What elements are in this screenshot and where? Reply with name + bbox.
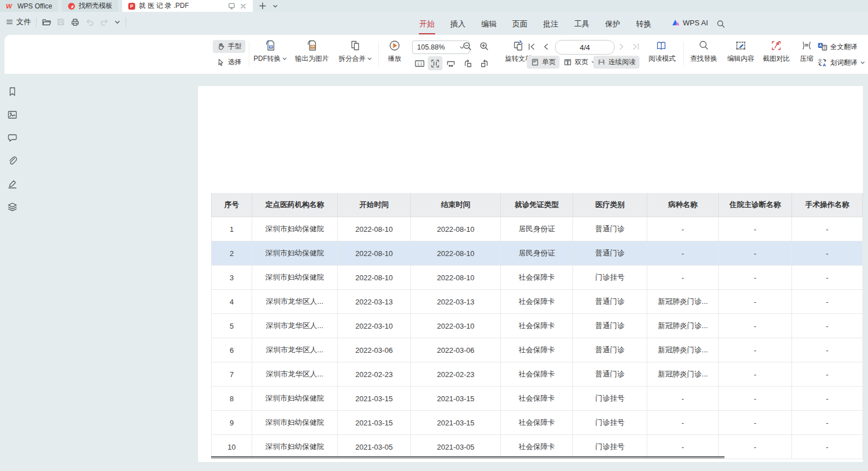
rotate-right-button[interactable]: [477, 56, 492, 70]
fit-width-icon: [446, 59, 456, 69]
table-cell: -: [647, 387, 719, 411]
file-menu-button[interactable]: 文件: [6, 17, 31, 27]
pdf-toolbar: 手型 选择 W PDF转换 输出为图片 拆分合并: [5, 35, 868, 74]
table-cell: 门诊挂号: [573, 387, 647, 411]
first-page-button[interactable]: [526, 41, 537, 52]
table-cell: 4: [211, 290, 252, 314]
more-history-chevron-icon[interactable]: [114, 19, 120, 25]
edit-content-button[interactable]: 编辑内容: [723, 39, 759, 64]
layers-panel-button[interactable]: [6, 200, 19, 214]
wps-ai-button[interactable]: WPS AI: [671, 18, 708, 27]
ribbon-tab-insert[interactable]: 插入: [442, 15, 473, 33]
full-translate-button[interactable]: A 字 全文翻译: [817, 42, 857, 52]
pdf-convert-button[interactable]: W PDF转换: [250, 39, 290, 64]
open-in-window-icon[interactable]: [227, 2, 236, 10]
save-icon[interactable]: [56, 17, 65, 26]
previous-page-icon: [542, 42, 551, 51]
table-cell: 居民身份证: [501, 217, 573, 241]
continuous-reading-button[interactable]: 连续阅读: [593, 56, 639, 69]
rotate-left-button[interactable]: [460, 56, 475, 70]
tab-docer-templates[interactable]: 找稻壳模板: [62, 0, 118, 12]
zoom-level-dropdown[interactable]: 105.88%: [412, 41, 469, 54]
screenshot-compare-button[interactable]: 截图对比: [759, 39, 794, 64]
fit-page-icon: [430, 59, 440, 69]
ribbon-tab-edit[interactable]: 编辑: [473, 15, 504, 33]
hand-tool-button[interactable]: 手型: [213, 40, 245, 53]
close-tab-icon[interactable]: [239, 2, 247, 10]
continuous-reading-icon: [597, 58, 606, 66]
print-icon[interactable]: [70, 17, 80, 27]
redo-icon[interactable]: [100, 17, 109, 27]
table-cell: -: [647, 266, 719, 290]
actual-size-button[interactable]: 1:1: [412, 56, 427, 70]
find-replace-button[interactable]: 查找替换: [686, 39, 722, 64]
table-cell: 新冠肺炎门诊...: [647, 314, 719, 338]
open-file-icon[interactable]: [42, 17, 51, 27]
previous-page-button[interactable]: [540, 41, 552, 52]
table-cell: 2022-03-06: [411, 338, 501, 362]
table-cell: 5: [211, 314, 252, 338]
read-mode-button[interactable]: 阅读模式: [644, 39, 680, 64]
pdf-page: 序号定点医药机构名称开始时间结束时间就诊凭证类型医疗类别病种名称住院主诊断名称手…: [198, 86, 863, 462]
word-translate-button[interactable]: 文 A 划词翻译: [817, 57, 865, 68]
tab-wps-office[interactable]: W WPS Office: [0, 0, 58, 12]
chevron-down-icon: [367, 56, 372, 61]
rotate-left-icon: [463, 59, 473, 69]
ribbon-tab-protect[interactable]: 保护: [597, 15, 628, 33]
zoom-in-button[interactable]: [478, 41, 490, 52]
play-button[interactable]: 播放: [381, 39, 409, 64]
select-tool-button[interactable]: 选择: [213, 56, 245, 69]
comments-panel-button[interactable]: [6, 131, 19, 145]
new-tab-plus-icon[interactable]: [258, 2, 267, 10]
read-mode-label: 阅读模式: [648, 54, 675, 64]
fit-width-button[interactable]: [444, 56, 458, 70]
single-page-icon: [531, 58, 539, 66]
table-cell: -: [719, 290, 792, 314]
find-replace-label: 查找替换: [690, 54, 717, 64]
bookmarks-panel-button[interactable]: [6, 85, 19, 98]
next-page-button[interactable]: [616, 41, 627, 52]
table-cell: 社会保障卡: [501, 314, 573, 338]
table-cell: 社会保障卡: [501, 435, 573, 459]
table-cell: -: [719, 387, 792, 411]
bookmark-icon: [7, 86, 18, 97]
table-cell: 社会保障卡: [501, 387, 573, 411]
single-page-button[interactable]: 单页: [527, 56, 560, 69]
fit-page-button[interactable]: [428, 56, 442, 70]
export-image-button[interactable]: 输出为图片: [290, 39, 333, 64]
table-cell: -: [719, 241, 792, 266]
table-cell: 门诊挂号: [573, 435, 647, 459]
ribbon-tab-tools[interactable]: 工具: [566, 15, 597, 33]
tab-medical-record-pdf[interactable]: P 就 医 记 录 .PDF: [122, 0, 253, 12]
table-cell: 1: [211, 217, 252, 241]
zoom-out-button[interactable]: [462, 41, 473, 52]
ribbon-tab-convert[interactable]: 转换: [628, 15, 659, 33]
ribbon-tab-comment[interactable]: 批注: [535, 15, 566, 33]
table-cell: 2022-08-10: [338, 217, 411, 241]
last-page-button[interactable]: [630, 41, 642, 52]
ribbon-tab-home[interactable]: 开始: [411, 15, 442, 33]
signature-panel-button[interactable]: [6, 177, 19, 191]
compress-button[interactable]: 压缩: [794, 39, 820, 64]
table-cell: 深圳市妇幼保健院: [252, 387, 338, 411]
table-cell: 社会保障卡: [501, 290, 573, 314]
split-merge-button[interactable]: 拆分合并: [334, 39, 376, 64]
search-icon[interactable]: [716, 19, 726, 29]
word-translate-icon: 文 A: [817, 57, 827, 68]
edit-content-icon: [735, 39, 747, 52]
undo-icon[interactable]: [85, 17, 95, 27]
table-cell: 2021-03-15: [411, 387, 501, 411]
svg-text:文: 文: [818, 59, 822, 64]
tab-label: WPS Office: [17, 2, 52, 10]
tab-list-chevron-icon[interactable]: [272, 3, 278, 9]
table-header-cell: 住院主诊断名称: [719, 193, 792, 217]
thumbnails-panel-button[interactable]: [6, 108, 19, 122]
table-cell: -: [792, 241, 863, 266]
attachments-panel-button[interactable]: [6, 154, 19, 168]
find-replace-icon: [697, 39, 710, 52]
page-number-input[interactable]: [555, 40, 615, 55]
ribbon-tab-page[interactable]: 页面: [504, 15, 535, 33]
hand-tool-label: 手型: [228, 42, 241, 51]
chevron-down-icon: [282, 56, 287, 61]
divider: [378, 42, 379, 66]
